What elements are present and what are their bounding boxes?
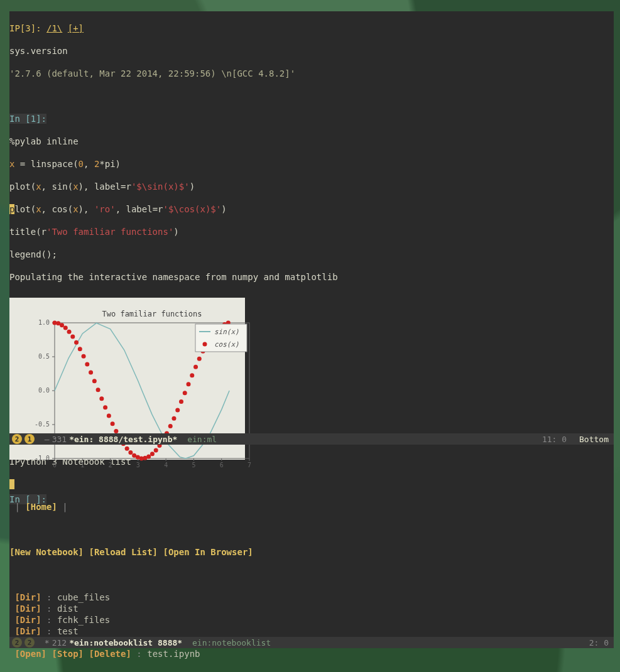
svg-point-33 <box>70 335 75 339</box>
svg-point-55 <box>150 452 155 456</box>
code-line[interactable]: x = linspace(0, 2*pi) <box>9 158 614 170</box>
svg-point-63 <box>179 399 183 404</box>
svg-text:0.0: 0.0 <box>38 387 50 394</box>
cursor-position: 11: 0 <box>542 435 567 444</box>
svg-text:7: 7 <box>247 462 251 469</box>
emacs-frame: IP[3]: /1\ [+] sys.version '2.7.6 (defau… <box>9 11 614 648</box>
delete-button[interactable]: [Delete] <box>89 649 131 659</box>
svg-point-56 <box>154 448 158 452</box>
major-mode: ein:notebooklist <box>192 638 271 648</box>
dir-name[interactable]: test <box>57 626 79 636</box>
line-number: 331 <box>52 435 67 444</box>
workspace-badge[interactable]: 2 <box>12 434 22 444</box>
svg-point-62 <box>175 408 180 413</box>
svg-point-34 <box>74 340 79 345</box>
buffer-name: *ein:notebooklist 8888* <box>69 638 182 648</box>
header-prefix: IP[3]: <box>9 23 41 33</box>
notebook-name[interactable]: test.ipynb <box>147 649 200 659</box>
svg-text:-0.5: -0.5 <box>35 421 50 428</box>
svg-text:0.5: 0.5 <box>38 353 50 360</box>
major-mode: ein:ml <box>187 435 217 444</box>
svg-point-37 <box>85 362 89 366</box>
svg-text:cos(x): cos(x) <box>214 340 239 349</box>
svg-text:Two familiar functions: Two familiar functions <box>102 310 202 318</box>
svg-point-61 <box>171 416 176 421</box>
svg-point-44 <box>110 421 114 426</box>
line-number: 212 <box>52 638 67 648</box>
svg-point-49 <box>128 450 133 455</box>
svg-text:0: 0 <box>53 462 57 469</box>
svg-text:5: 5 <box>192 462 195 469</box>
output-line: '2.7.6 (default, Mar 22 2014, 22:59:56) … <box>9 68 614 79</box>
tab-current[interactable]: /1\ <box>46 23 62 33</box>
notebook-pane[interactable]: IP[3]: /1\ [+] sys.version '2.7.6 (defau… <box>9 11 614 433</box>
code-line[interactable]: title(r'Two familiar functions') <box>9 226 614 237</box>
stop-button[interactable]: [Stop] <box>52 649 84 659</box>
svg-point-48 <box>125 447 129 451</box>
buffer-name: *ein: 8888/test.ipynb* <box>69 435 177 444</box>
open-in-browser-button[interactable]: [Open In Browser] <box>163 547 253 557</box>
output-line: Populating the interactive namespace fro… <box>9 271 614 283</box>
svg-point-39 <box>92 379 97 383</box>
svg-point-38 <box>89 371 93 375</box>
svg-point-42 <box>103 405 107 409</box>
window-badge[interactable]: 2 <box>24 637 35 648</box>
cursor <box>9 479 14 489</box>
notebooklist-pane[interactable]: IPython 3 Notebook list | [Home] | [New … <box>9 445 614 637</box>
dir-badge[interactable]: [Dir] <box>14 604 41 614</box>
svg-text:sin(x): sin(x) <box>214 328 239 336</box>
svg-text:1.0: 1.0 <box>38 319 50 326</box>
dir-badge[interactable]: [Dir] <box>14 592 41 602</box>
dir-name[interactable]: fchk_files <box>57 615 110 625</box>
statusbar-bottom: 2 2 * 212 *ein:notebooklist 8888* ein:no… <box>9 637 614 648</box>
workspace-badge[interactable]: 2 <box>12 637 22 648</box>
svg-point-67 <box>193 365 198 369</box>
code-line[interactable]: %pylab inline <box>9 136 614 147</box>
code-line[interactable]: legend(); <box>9 249 614 260</box>
output-line: sys.version <box>9 45 614 57</box>
svg-text:1: 1 <box>80 462 84 469</box>
scroll-position: Bottom <box>579 435 609 444</box>
svg-text:2: 2 <box>108 462 112 469</box>
svg-point-30 <box>60 323 64 327</box>
new-notebook-button[interactable]: [New Notebook] <box>9 547 84 557</box>
svg-text:4: 4 <box>164 462 168 469</box>
svg-text:3: 3 <box>136 462 140 469</box>
dir-badge[interactable]: [Dir] <box>14 615 41 625</box>
svg-point-41 <box>99 396 104 401</box>
tab-add[interactable]: [+] <box>68 23 84 33</box>
sb-star: * <box>45 638 50 648</box>
svg-point-40 <box>95 387 100 392</box>
window-badge[interactable]: 1 <box>24 434 35 444</box>
svg-point-35 <box>78 347 82 351</box>
svg-text:-1.0: -1.0 <box>35 455 50 462</box>
sb-dash: — <box>45 435 50 444</box>
svg-point-54 <box>146 454 151 458</box>
home-link[interactable]: [Home] <box>25 502 57 512</box>
svg-point-60 <box>168 424 173 428</box>
svg-point-31 <box>63 326 68 330</box>
svg-point-43 <box>107 414 111 418</box>
dir-name[interactable]: dist <box>57 604 79 614</box>
svg-point-80 <box>202 342 207 347</box>
svg-point-65 <box>186 382 190 386</box>
statusbar-top: 2 1 — 331 *ein: 8888/test.ipynb* ein:ml … <box>9 433 614 445</box>
code-line[interactable]: plot(x, cos(x), 'ro', label=r'$\cos(x)$'… <box>9 203 614 215</box>
dir-badge[interactable]: [Dir] <box>14 626 41 636</box>
svg-point-64 <box>183 391 187 395</box>
open-button[interactable]: [Open] <box>14 649 46 659</box>
reload-list-button[interactable]: [Reload List] <box>89 547 158 557</box>
cursor-position: 2: 0 <box>589 638 609 648</box>
code-line[interactable]: plot(x, sin(x), label=r'$\sin(x)$') <box>9 181 614 192</box>
dir-name[interactable]: cube_files <box>57 592 110 602</box>
svg-point-36 <box>81 354 85 359</box>
svg-text:6: 6 <box>220 462 224 469</box>
cell-prompt: In [1]: <box>9 114 46 124</box>
svg-point-66 <box>190 373 194 377</box>
svg-point-68 <box>197 357 202 361</box>
svg-point-32 <box>67 330 71 334</box>
